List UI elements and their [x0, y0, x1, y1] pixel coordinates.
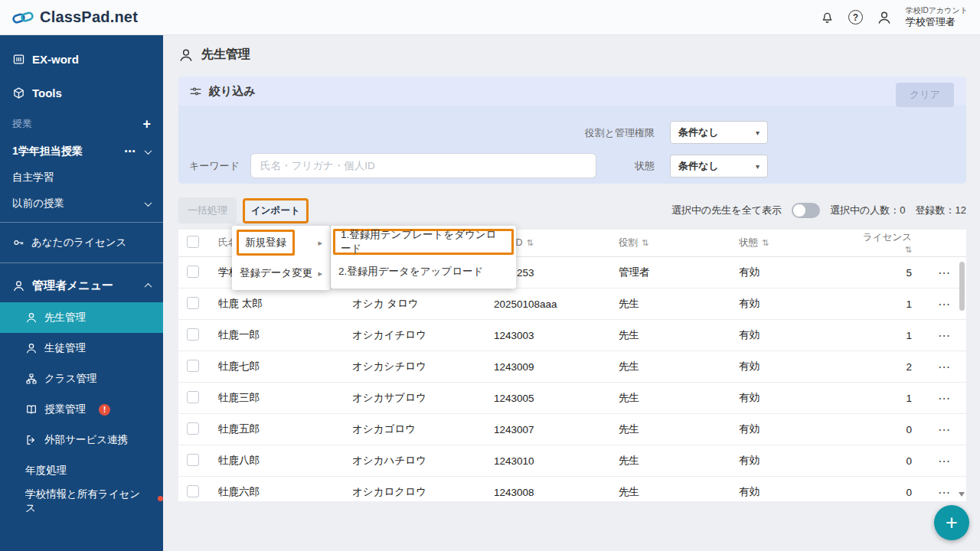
submenu-arrow-icon: ▸	[318, 238, 322, 248]
sidebar-item-grade1-class[interactable]: 1学年担当授業 ⋯	[0, 139, 163, 165]
cell-license: 0	[861, 424, 923, 435]
sidebar-item-previous-classes[interactable]: 以前の授業	[0, 191, 163, 217]
bulk-action-button[interactable]: 一括処理	[178, 197, 237, 223]
cell-role: 先生	[619, 360, 739, 373]
table-scrollbar[interactable]	[959, 260, 965, 498]
chevron-up-icon[interactable]	[145, 282, 152, 290]
cell-name: 牡鹿 太郎	[218, 297, 352, 311]
col-role: 役割	[619, 237, 638, 248]
account-name-label: 学校管理者	[906, 16, 968, 28]
cell-role: 先生	[619, 391, 739, 405]
row-checkbox[interactable]	[187, 360, 199, 372]
submenu-item-upload-data[interactable]: 2.登録用データをアップロード	[331, 256, 516, 287]
page-title-text: 先生管理	[201, 47, 250, 63]
account-user-icon[interactable]	[877, 10, 892, 25]
cell-role: 先生	[619, 297, 739, 311]
sidebar-item-year-processing[interactable]: 年度処理	[0, 455, 163, 486]
filter-clear-button[interactable]: クリア	[896, 83, 954, 107]
scroll-down-arrow-icon[interactable]	[959, 492, 965, 497]
select-all-checkbox[interactable]	[187, 236, 199, 248]
menu-item-new-registration[interactable]: 新規登録 ▸	[232, 227, 330, 258]
table-row[interactable]: 牡鹿七郎 オシカシチロウ 1243009 先生 有効 2 ⋯	[178, 351, 966, 383]
chevron-down-icon[interactable]	[145, 147, 152, 155]
row-checkbox[interactable]	[187, 328, 199, 341]
ex-word-icon	[12, 53, 25, 66]
sidebar-item-your-license[interactable]: あなたのライセンス	[0, 228, 163, 257]
cell-kana: オシカゴロウ	[352, 422, 494, 436]
table-row[interactable]: 牡鹿八郎 オシカハチロウ 1243010 先生 有効 0 ⋯	[178, 445, 966, 477]
sort-icon[interactable]: ⇅	[905, 245, 912, 254]
sidebar-item-label: 授業管理	[44, 403, 86, 416]
sidebar-item-label: 1学年担当授業	[12, 145, 83, 158]
cell-status: 有効	[739, 454, 861, 468]
table-row[interactable]: 牡鹿六郎 オシカロクロウ 1243008 先生 有効 0 ⋯	[178, 477, 966, 501]
sidebar-item-school-info-licenses[interactable]: 学校情報と所有ライセンス	[0, 486, 163, 517]
table-row[interactable]: 牡鹿 太郎 オシカ タロウ 20250108aaa 先生 有効 1 ⋯	[178, 289, 966, 320]
cell-kana: オシカ タロウ	[352, 297, 494, 311]
add-teacher-fab[interactable]: +	[934, 505, 969, 540]
cell-role: 先生	[619, 485, 739, 499]
cell-status: 有効	[739, 328, 861, 342]
cell-id: 1243005	[494, 393, 619, 404]
row-checkbox[interactable]	[187, 297, 199, 309]
show-selected-toggle[interactable]	[792, 203, 820, 218]
import-button[interactable]: インポート	[243, 198, 309, 223]
status-filter-label: 状態	[635, 159, 655, 173]
sidebar-item-admin-menu[interactable]: 管理者メニュー	[0, 269, 163, 302]
submenu-arrow-icon: ▸	[318, 269, 322, 279]
cell-name: 牡鹿一郎	[218, 328, 352, 342]
key-icon	[12, 236, 24, 249]
menu-item-data-change[interactable]: 登録データ変更 ▸	[232, 258, 330, 289]
sort-icon[interactable]: ⇅	[642, 238, 648, 247]
cell-name: 牡鹿三郎	[218, 391, 352, 405]
filter-header: 絞り込み クリア	[178, 77, 966, 106]
caret-down-icon: ▾	[756, 162, 760, 171]
sort-icon[interactable]: ⇅	[527, 238, 534, 247]
row-checkbox[interactable]	[187, 485, 199, 497]
help-icon[interactable]: ?	[848, 10, 863, 24]
row-checkbox[interactable]	[187, 422, 199, 435]
sidebar-item-label: 生徒管理	[44, 341, 86, 355]
chevron-down-icon[interactable]	[145, 199, 152, 207]
class-options-icon[interactable]: ⋯	[124, 145, 136, 158]
cell-status: 有効	[739, 297, 861, 311]
status-filter-select[interactable]: 条件なし ▾	[670, 155, 768, 178]
row-checkbox[interactable]	[187, 266, 199, 278]
table-row[interactable]: 牡鹿三郎 オシカサブロウ 1243005 先生 有効 1 ⋯	[178, 383, 966, 414]
sidebar-item-teacher-management[interactable]: 先生管理	[0, 302, 163, 333]
section-label: 授業	[12, 117, 32, 131]
sidebar-item-external-services[interactable]: 外部サービス連携	[0, 425, 163, 455]
sidebar-item-tools[interactable]: Tools	[0, 76, 163, 109]
submenu-item-download-template[interactable]: 1.登録用テンプレートをダウンロード	[333, 229, 514, 255]
row-checkbox[interactable]	[187, 454, 199, 466]
sidebar-item-exword[interactable]: EX-word	[0, 42, 163, 76]
sidebar-item-lesson-management[interactable]: 授業管理 !	[0, 394, 163, 425]
cell-id: 20250108aaa	[494, 298, 619, 310]
sidebar-item-student-management[interactable]: 生徒管理	[0, 333, 163, 364]
cell-name: 牡鹿八郎	[218, 454, 352, 468]
cell-status: 有効	[739, 485, 861, 499]
role-filter-select[interactable]: 条件なし ▾	[670, 121, 768, 144]
table-toolbar: 一括処理 インポート 選択中の先生を全て表示 選択中の人数：0 登録数：12	[178, 197, 966, 224]
cell-role: 管理者	[619, 266, 739, 279]
sidebar-item-self-study[interactable]: 自主学習	[0, 165, 163, 191]
row-checkbox[interactable]	[187, 391, 199, 403]
sidebar-item-label: 自主学習	[12, 171, 54, 184]
keyword-search-input[interactable]	[250, 153, 596, 178]
brand-logo[interactable]: ClassPad.net	[12, 8, 138, 27]
role-filter-label: 役割と管理権限	[585, 126, 655, 140]
notifications-bell-icon[interactable]	[820, 10, 835, 24]
top-header: ClassPad.net ? 学校IDアカウント 学校管理者	[0, 0, 980, 35]
sidebar-divider	[0, 222, 163, 223]
cell-license: 5	[861, 267, 923, 279]
sidebar-item-label: あなたのライセンス	[31, 236, 126, 249]
table-row[interactable]: 牡鹿一郎 オシカイチロウ 1243003 先生 有効 1 ⋯	[178, 320, 966, 351]
alert-badge: !	[99, 404, 110, 416]
table-row[interactable]: 牡鹿五郎 オシカゴロウ 1243007 先生 有効 0 ⋯	[178, 414, 966, 445]
sitemap-icon	[25, 373, 38, 385]
scrollbar-thumb[interactable]	[959, 262, 965, 311]
sidebar-item-label: 以前の授業	[12, 197, 64, 210]
sort-icon[interactable]: ⇅	[762, 238, 769, 247]
add-class-icon[interactable]: +	[142, 117, 151, 131]
sidebar-item-class-management[interactable]: クラス管理	[0, 364, 163, 394]
